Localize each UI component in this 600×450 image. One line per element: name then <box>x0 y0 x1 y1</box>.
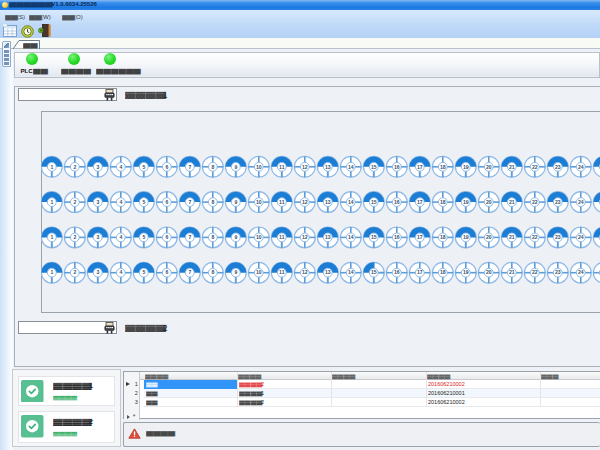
svg-text:15: 15 <box>371 234 377 240</box>
svg-text:19: 19 <box>463 234 469 240</box>
svg-text:4: 4 <box>119 163 122 169</box>
svg-text:9: 9 <box>234 199 237 205</box>
svg-text:20: 20 <box>486 234 492 240</box>
svg-text:21: 21 <box>509 163 515 169</box>
svg-text:10: 10 <box>256 269 262 275</box>
svg-text:5: 5 <box>142 269 145 275</box>
svg-text:17: 17 <box>417 269 423 275</box>
svg-text:15: 15 <box>371 163 377 169</box>
svg-text:23: 23 <box>555 234 561 240</box>
svg-text:21: 21 <box>509 269 515 275</box>
svg-text:14: 14 <box>348 234 354 240</box>
svg-text:6: 6 <box>165 234 168 240</box>
svg-text:5: 5 <box>142 163 145 169</box>
svg-text:24: 24 <box>578 234 584 240</box>
svg-text:15: 15 <box>371 199 377 205</box>
svg-text:16: 16 <box>394 234 400 240</box>
svg-text:4: 4 <box>119 199 122 205</box>
svg-text:18: 18 <box>440 234 446 240</box>
svg-text:7: 7 <box>188 163 191 169</box>
svg-text:16: 16 <box>394 199 400 205</box>
svg-text:20: 20 <box>486 199 492 205</box>
svg-text:5: 5 <box>142 234 145 240</box>
svg-text:5: 5 <box>142 199 145 205</box>
svg-text:11: 11 <box>279 269 285 275</box>
svg-text:9: 9 <box>234 163 237 169</box>
svg-text:11: 11 <box>279 199 285 205</box>
svg-text:22: 22 <box>532 234 538 240</box>
svg-text:7: 7 <box>188 199 191 205</box>
svg-text:2: 2 <box>73 163 76 169</box>
svg-text:19: 19 <box>463 199 469 205</box>
svg-text:1: 1 <box>50 269 53 275</box>
svg-text:3: 3 <box>96 163 99 169</box>
svg-text:13: 13 <box>325 269 331 275</box>
svg-text:10: 10 <box>256 199 262 205</box>
svg-text:17: 17 <box>417 234 423 240</box>
svg-text:1: 1 <box>50 199 53 205</box>
svg-text:12: 12 <box>302 234 308 240</box>
svg-text:10: 10 <box>256 234 262 240</box>
svg-text:3: 3 <box>96 269 99 275</box>
svg-text:23: 23 <box>555 199 561 205</box>
svg-text:12: 12 <box>302 199 308 205</box>
svg-text:8: 8 <box>211 163 214 169</box>
svg-text:16: 16 <box>394 269 400 275</box>
svg-text:14: 14 <box>348 163 354 169</box>
svg-text:6: 6 <box>165 199 168 205</box>
svg-text:4: 4 <box>119 269 122 275</box>
svg-text:23: 23 <box>555 269 561 275</box>
svg-text:21: 21 <box>509 199 515 205</box>
svg-text:1: 1 <box>50 163 53 169</box>
svg-text:6: 6 <box>165 163 168 169</box>
svg-text:24: 24 <box>578 269 584 275</box>
svg-text:12: 12 <box>302 269 308 275</box>
svg-text:2: 2 <box>73 199 76 205</box>
svg-text:19: 19 <box>463 269 469 275</box>
svg-text:3: 3 <box>96 199 99 205</box>
svg-text:24: 24 <box>578 163 584 169</box>
svg-text:19: 19 <box>463 163 469 169</box>
svg-text:10: 10 <box>256 163 262 169</box>
svg-text:21: 21 <box>509 234 515 240</box>
svg-text:12: 12 <box>302 163 308 169</box>
svg-text:20: 20 <box>486 269 492 275</box>
svg-text:22: 22 <box>532 199 538 205</box>
svg-text:3: 3 <box>96 234 99 240</box>
svg-text:4: 4 <box>119 234 122 240</box>
svg-text:1: 1 <box>50 234 53 240</box>
svg-text:7: 7 <box>188 269 191 275</box>
svg-text:22: 22 <box>532 163 538 169</box>
svg-text:17: 17 <box>417 163 423 169</box>
svg-text:2: 2 <box>73 234 76 240</box>
svg-text:16: 16 <box>394 163 400 169</box>
svg-text:14: 14 <box>348 199 354 205</box>
svg-text:2: 2 <box>73 269 76 275</box>
svg-text:8: 8 <box>211 234 214 240</box>
svg-text:9: 9 <box>234 234 237 240</box>
svg-text:7: 7 <box>188 234 191 240</box>
svg-text:20: 20 <box>486 163 492 169</box>
svg-text:8: 8 <box>211 199 214 205</box>
svg-text:6: 6 <box>165 269 168 275</box>
svg-text:18: 18 <box>440 199 446 205</box>
svg-text:18: 18 <box>440 163 446 169</box>
svg-text:11: 11 <box>279 163 285 169</box>
svg-text:22: 22 <box>532 269 538 275</box>
svg-text:18: 18 <box>440 269 446 275</box>
svg-text:13: 13 <box>325 163 331 169</box>
svg-text:17: 17 <box>417 199 423 205</box>
svg-text:9: 9 <box>234 269 237 275</box>
svg-text:13: 13 <box>325 199 331 205</box>
svg-text:11: 11 <box>279 234 285 240</box>
svg-text:8: 8 <box>211 269 214 275</box>
svg-text:24: 24 <box>578 199 584 205</box>
svg-text:13: 13 <box>325 234 331 240</box>
svg-text:14: 14 <box>348 269 354 275</box>
svg-text:15: 15 <box>371 269 377 275</box>
svg-text:23: 23 <box>555 163 561 169</box>
